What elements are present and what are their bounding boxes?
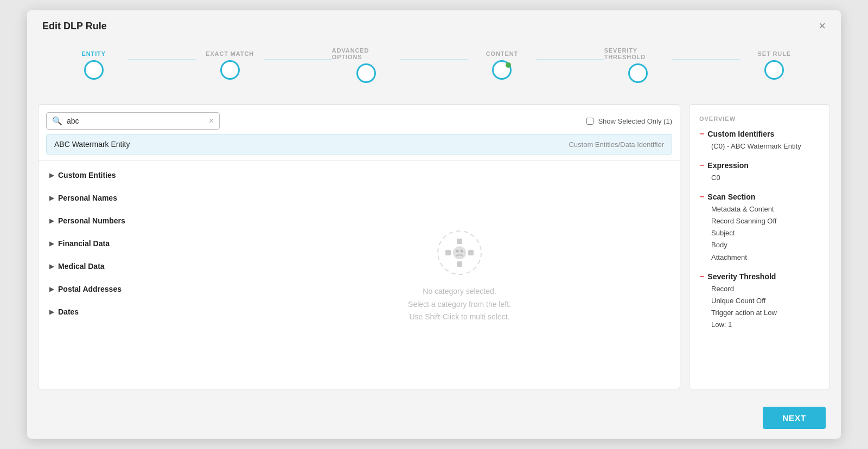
category-label: Dates — [58, 307, 79, 316]
category-label: Postal Addresses — [58, 285, 122, 293]
step-set-rule[interactable]: SET RULE — [741, 50, 808, 80]
category-item-medical-data[interactable]: ▶ Medical Data — [39, 255, 239, 278]
search-icon: 🔍 — [52, 116, 62, 126]
step-content[interactable]: CONTENT — [468, 50, 536, 80]
stepper: ENTITY EXACT MATCH ADVANCED OPTIONS CONT… — [27, 37, 841, 93]
step-advanced-options-label: ADVANCED OPTIONS — [332, 47, 400, 60]
section-title-severity-threshold: Severity Threshold — [707, 272, 776, 281]
step-set-rule-circle — [764, 60, 784, 80]
overview-section-severity-threshold: − Severity Threshold Record Unique Count… — [699, 272, 820, 331]
svg-rect-1 — [457, 239, 462, 244]
search-input[interactable] — [67, 117, 205, 125]
show-selected-label[interactable]: Show Selected Only (1) — [598, 117, 672, 125]
overview-section-expression: − Expression C0 — [699, 161, 820, 184]
empty-state: No category selected. Select a category … — [239, 161, 680, 389]
empty-line1: No category selected. — [423, 287, 496, 296]
step-severity-threshold[interactable]: SEVERITY THRESHOLD — [604, 47, 672, 83]
dropdown-suggestion[interactable]: ABC Watermark Entity Custom Entities/Dat… — [46, 134, 672, 155]
category-label: Custom Entities — [58, 171, 116, 179]
close-button[interactable]: × — [819, 20, 826, 32]
minus-icon: − — [699, 193, 704, 201]
category-label: Medical Data — [58, 262, 105, 271]
step-exact-match[interactable]: EXACT MATCH — [196, 50, 264, 80]
next-button[interactable]: NEXT — [763, 407, 826, 429]
empty-line3: Use Shift-Click to multi select. — [409, 312, 509, 321]
severity-line: Unique Count Off — [711, 295, 820, 307]
section-body-custom-identifiers: (C0) - ABC Watermark Entity — [699, 140, 820, 152]
severity-line: Record — [711, 283, 820, 295]
chevron-right-icon: ▶ — [49, 172, 54, 179]
step-content-circle — [492, 60, 512, 80]
section-body-scan-section: Metadata & Content Record Scanning Off S… — [699, 203, 820, 263]
category-item-dates[interactable]: ▶ Dates — [39, 300, 239, 323]
connector-3 — [400, 59, 468, 60]
svg-rect-3 — [445, 250, 451, 255]
scan-line: Record Scanning Off — [711, 215, 820, 227]
chevron-right-icon: ▶ — [49, 286, 54, 293]
step-content-label: CONTENT — [486, 50, 518, 57]
connector-5 — [672, 59, 740, 60]
chevron-right-icon: ▶ — [49, 217, 54, 224]
show-selected-checkbox[interactable] — [586, 118, 593, 125]
modal-title: Edit DLP Rule — [42, 21, 107, 32]
connector-4 — [536, 59, 604, 60]
content-area: ▶ Custom Entities ▶ Personal Names ▶ Per… — [39, 160, 680, 389]
search-box: 🔍 × — [46, 112, 220, 130]
severity-line: Low: 1 — [711, 319, 820, 331]
right-sidebar: OVERVIEW − Custom Identifiers (C0) - ABC… — [689, 104, 830, 389]
section-body-expression: C0 — [699, 172, 820, 184]
step-advanced-options[interactable]: ADVANCED OPTIONS — [332, 47, 400, 83]
clear-search-button[interactable]: × — [209, 116, 214, 126]
scan-line: Subject — [711, 227, 820, 239]
chevron-right-icon: ▶ — [49, 263, 54, 270]
overview-section-header: − Custom Identifiers — [699, 130, 820, 138]
scan-line: Attachment — [711, 252, 820, 264]
chevron-right-icon: ▶ — [49, 195, 54, 202]
overview-section-custom-identifiers: − Custom Identifiers (C0) - ABC Watermar… — [699, 130, 820, 152]
step-entity-circle — [84, 60, 104, 80]
category-item-financial-data[interactable]: ▶ Financial Data — [39, 232, 239, 255]
step-exact-match-label: EXACT MATCH — [206, 50, 254, 57]
step-advanced-options-circle — [356, 63, 376, 83]
overview-section-header-severity: − Severity Threshold — [699, 272, 820, 281]
section-title-expression: Expression — [707, 161, 748, 170]
svg-point-5 — [453, 246, 466, 259]
step-entity-label: ENTITY — [82, 50, 106, 57]
severity-line: Trigger action at Low — [711, 307, 820, 319]
connector-2 — [264, 59, 331, 60]
empty-state-text: No category selected. Select a category … — [408, 285, 511, 324]
left-panel: 🔍 × Show Selected Only (1) ABC Watermark… — [38, 104, 680, 389]
modal-header: Edit DLP Rule × — [27, 10, 841, 37]
minus-icon: − — [699, 130, 704, 138]
search-bar-row: 🔍 × Show Selected Only (1) — [39, 105, 680, 130]
step-set-rule-label: SET RULE — [758, 50, 791, 57]
scan-line: Body — [711, 239, 820, 251]
connector-1 — [127, 59, 195, 60]
category-item-personal-numbers[interactable]: ▶ Personal Numbers — [39, 209, 239, 232]
step-entity[interactable]: ENTITY — [60, 50, 127, 80]
modal-body: 🔍 × Show Selected Only (1) ABC Watermark… — [27, 93, 841, 400]
suggestion-type: Custom Entities/Data Identifier — [569, 140, 664, 149]
category-item-personal-names[interactable]: ▶ Personal Names — [39, 187, 239, 209]
overview-section-header-expression: − Expression — [699, 161, 820, 170]
section-title-scan-section: Scan Section — [707, 193, 755, 201]
category-label: Personal Names — [58, 194, 117, 202]
step-exact-match-circle — [220, 60, 240, 80]
show-selected-row: Show Selected Only (1) — [586, 117, 672, 125]
chevron-right-icon: ▶ — [49, 240, 54, 247]
svg-point-6 — [456, 249, 459, 252]
chevron-right-icon: ▶ — [49, 309, 54, 316]
empty-state-icon — [432, 226, 487, 280]
step-severity-threshold-label: SEVERITY THRESHOLD — [604, 47, 672, 60]
section-title-custom-identifiers: Custom Identifiers — [707, 130, 774, 138]
svg-rect-4 — [468, 250, 474, 255]
svg-point-7 — [461, 249, 463, 252]
category-item-custom-entities[interactable]: ▶ Custom Entities — [39, 164, 239, 187]
category-label: Financial Data — [58, 239, 110, 248]
minus-icon: − — [699, 161, 704, 170]
suggestion-name: ABC Watermark Entity — [54, 140, 130, 149]
category-label: Personal Numbers — [58, 216, 125, 225]
category-list: ▶ Custom Entities ▶ Personal Names ▶ Per… — [39, 161, 239, 389]
modal-footer: NEXT — [27, 400, 841, 439]
category-item-postal-addresses[interactable]: ▶ Postal Addresses — [39, 278, 239, 300]
